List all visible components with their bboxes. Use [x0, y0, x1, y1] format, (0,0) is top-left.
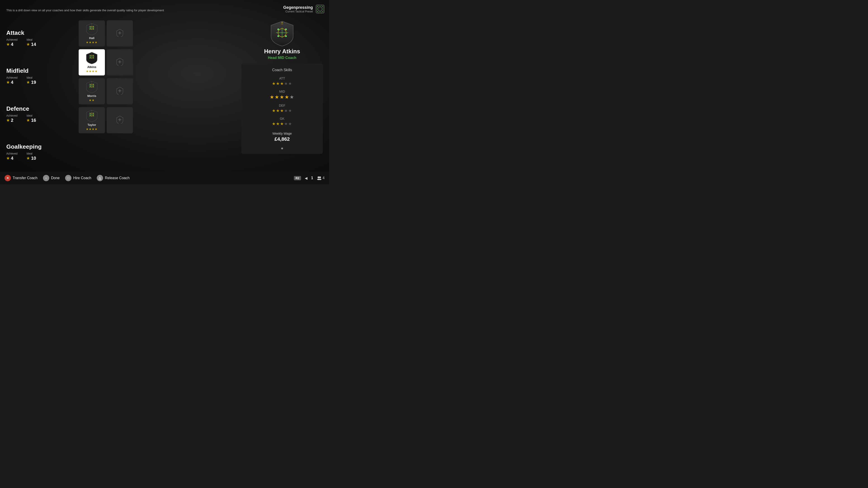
svg-point-10 [317, 11, 318, 12]
svg-point-29 [93, 58, 94, 59]
svg-point-46 [90, 113, 90, 113]
midfield-achieved-star: ★ [6, 80, 9, 85]
attack-coach-row: Hall ★★★★ [79, 20, 156, 46]
add-coach-midfield-icon [116, 58, 124, 67]
add-coach-goalkeeping[interactable] [107, 107, 133, 133]
category-midfield-name: Midfield [6, 67, 74, 74]
svg-point-12 [322, 11, 323, 12]
skill-mid: MID ★★★★★ [246, 90, 318, 100]
gk-achieved-value: 4 [11, 156, 13, 161]
attack-achieved-value: 4 [11, 42, 13, 47]
category-goalkeeping-name: Goalkeeping [6, 143, 74, 150]
coach-card-atkins[interactable]: Atkins ★★★★ [79, 49, 105, 75]
page-total: 4 [322, 176, 324, 180]
svg-point-48 [90, 116, 90, 116]
tactical-preset-label: Current Tactical Preset [283, 10, 313, 13]
gk-ideal-value: 10 [31, 156, 36, 161]
add-coach-attack-icon [116, 29, 124, 38]
add-coach-attack[interactable] [107, 20, 133, 46]
category-attack: Attack Achieved ★ 4 Ideal ★ 14 [6, 29, 74, 47]
defence-ideal-label: Ideal [26, 114, 36, 117]
category-attack-name: Attack [6, 29, 74, 36]
coach-morris-name: Morris [87, 94, 96, 98]
skill-mid-label: MID [279, 90, 285, 93]
wage-value: £4,862 [274, 136, 289, 142]
detail-avatar [270, 20, 294, 45]
svg-point-26 [90, 55, 90, 56]
detail-coach-name: Henry Atkins [264, 48, 300, 55]
transfer-coach-btn-icon: ✕ [4, 175, 11, 181]
svg-point-27 [93, 55, 94, 56]
svg-point-36 [90, 84, 90, 85]
skill-att-label: ATT [279, 76, 285, 80]
attack-ideal-value: 14 [31, 42, 36, 47]
svg-point-9 [322, 8, 323, 9]
midfield-ideal-star: ★ [26, 80, 30, 85]
transfer-coach-label: Transfer Coach [13, 176, 37, 180]
svg-point-62 [318, 176, 319, 178]
r2-button[interactable]: R2 [294, 176, 301, 180]
svg-point-47 [93, 113, 94, 113]
coach-card-morris[interactable]: Morris ★★ [79, 78, 105, 104]
svg-point-37 [93, 84, 94, 85]
defence-achieved-label: Achieved [6, 114, 18, 117]
svg-point-49 [93, 116, 94, 116]
svg-point-7 [322, 6, 323, 7]
coach-card-taylor[interactable]: Taylor ★★★★ [79, 107, 105, 133]
svg-point-28 [90, 58, 90, 59]
hire-coach-action[interactable]: □ Hire Coach [65, 175, 91, 181]
gk-achieved-label: Achieved [6, 152, 18, 155]
attack-ideal-label: Ideal [26, 38, 36, 41]
svg-point-65 [319, 179, 321, 180]
nav-arrow-left[interactable]: ◀ [305, 176, 307, 180]
hire-coach-btn-icon: □ [65, 175, 71, 181]
pagination-dot [281, 148, 283, 149]
wage-section: Weekly Wage £4,862 [246, 130, 318, 142]
category-defence: Defence Achieved ★ 2 Ideal ★ 16 [6, 105, 74, 123]
coach-taylor-stars: ★★★★ [86, 127, 98, 131]
skill-att-stars: ★★★★★ [272, 81, 292, 86]
coaches-panel: Hall ★★★★ [79, 18, 156, 171]
midfield-ideal-value: 19 [31, 80, 36, 85]
add-coach-midfield[interactable] [107, 49, 133, 75]
svg-point-63 [319, 176, 321, 178]
skill-def-stars: ★★★★★ [272, 108, 292, 113]
release-coach-action[interactable]: △ Release Coach [97, 175, 129, 181]
svg-point-11 [320, 11, 320, 12]
attack-ideal-star: ★ [26, 42, 30, 46]
defence-achieved-value: 2 [11, 118, 13, 123]
skill-def: DEF ★★★★★ [246, 104, 318, 113]
info-text: This is a drill down view on all your co… [6, 8, 164, 12]
midfield-ideal-label: Ideal [26, 76, 36, 79]
svg-point-17 [93, 26, 94, 27]
release-coach-label: Release Coach [105, 176, 129, 180]
svg-point-59 [285, 35, 287, 37]
wage-label: Weekly Wage [272, 132, 292, 135]
svg-point-16 [90, 26, 90, 27]
bottom-bar: ✕ Transfer Coach ○ Done □ Hire Coach △ R… [0, 172, 329, 184]
defence-ideal-star: ★ [26, 118, 30, 123]
svg-point-6 [320, 6, 320, 7]
page-current: 1 [311, 176, 313, 180]
svg-point-19 [93, 29, 94, 30]
midfield-achieved-value: 4 [11, 80, 13, 85]
transfer-coach-action[interactable]: ✕ Transfer Coach [4, 175, 37, 181]
svg-point-56 [277, 29, 279, 30]
attack-achieved-star: ★ [6, 42, 9, 46]
coach-card-hall[interactable]: Hall ★★★★ [79, 20, 105, 46]
detail-coach-role: Head MID Coach [268, 56, 296, 60]
skill-def-label: DEF [279, 104, 285, 107]
tactical-preset-name: Gegenpressing [283, 5, 313, 10]
add-coach-defence-icon [116, 87, 124, 96]
svg-point-18 [90, 29, 90, 30]
svg-point-8 [317, 8, 318, 9]
skill-gk-label: GK [280, 117, 284, 121]
add-coach-defence[interactable] [107, 78, 133, 104]
done-action[interactable]: ○ Done [43, 175, 60, 181]
categories-panel: Attack Achieved ★ 4 Ideal ★ 14 [6, 18, 74, 171]
skills-title: Coach Skills [246, 68, 318, 72]
people-icon [317, 176, 322, 180]
people-icon-group: 4 [317, 176, 324, 180]
skill-mid-stars: ★★★★★ [270, 94, 294, 100]
svg-point-58 [277, 35, 279, 37]
